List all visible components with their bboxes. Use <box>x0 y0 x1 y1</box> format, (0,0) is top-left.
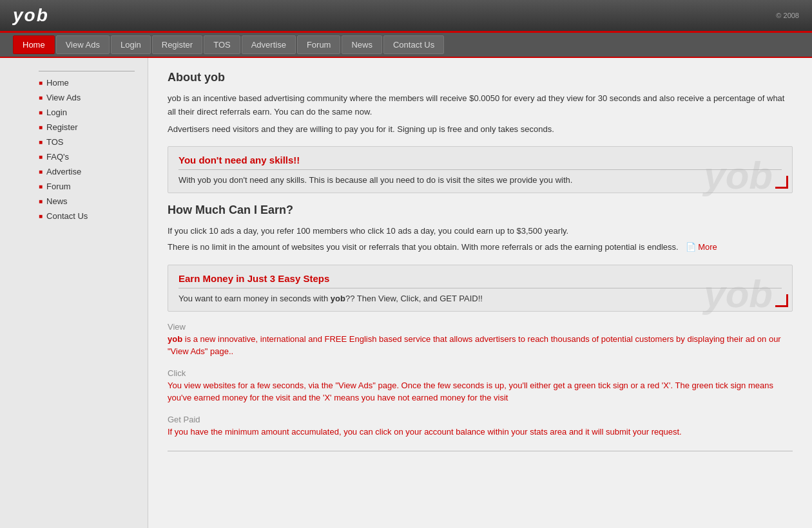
sidebar-label: Register <box>46 122 77 132</box>
sidebar-label: View Ads <box>46 93 81 102</box>
main-content: About yob yob is an incentive based adve… <box>148 58 812 528</box>
sidebar-label: FAQ's <box>46 152 69 162</box>
sidebar-bullet: ■ <box>39 94 43 101</box>
sidebar-item-register[interactable]: ■Register <box>39 120 135 135</box>
sidebar-items: ■Home■View Ads■Login■Register■TOS■FAQ's■… <box>39 75 135 223</box>
about-text1: yob is an incentive based advertising co… <box>168 92 793 119</box>
copyright: © 2008 <box>776 12 799 19</box>
nav-item-view-ads[interactable]: View Ads <box>56 35 110 54</box>
sidebar-bullet: ■ <box>39 124 43 131</box>
sidebar-bullet: ■ <box>39 212 43 220</box>
top-nav: HomeView AdsLoginRegisterTOSAdvertiseFor… <box>0 33 812 58</box>
earn-text2: There is no limit in the amount of websi… <box>168 241 793 254</box>
steps-section: View yob is a new innovative, internatio… <box>168 322 793 438</box>
earn-text1: If you click 10 ads a day, you refer 100… <box>168 225 793 238</box>
box1-title: You don't need any skills!! <box>179 155 782 170</box>
easy-steps-box: yob Earn Money in Just 3 Easy Steps You … <box>168 265 793 312</box>
box2-title: Earn Money in Just 3 Easy Steps <box>179 273 782 288</box>
header: yob © 2008 <box>0 0 812 33</box>
page-divider <box>168 451 793 451</box>
layout: ■Home■View Ads■Login■Register■TOS■FAQ's■… <box>0 58 812 528</box>
nav-item-home[interactable]: Home <box>13 35 55 54</box>
sidebar-bullet: ■ <box>39 79 43 86</box>
logo: yob <box>13 5 49 26</box>
sidebar-item-faq-s[interactable]: ■FAQ's <box>39 149 135 164</box>
sidebar-bullet: ■ <box>39 168 43 175</box>
nav-item-tos[interactable]: TOS <box>204 35 240 54</box>
box1-corner <box>775 176 788 189</box>
sidebar-label: Login <box>46 108 67 117</box>
sidebar-label: News <box>46 196 68 206</box>
sidebar-item-tos[interactable]: ■TOS <box>39 135 135 149</box>
sidebar-bullet: ■ <box>39 109 43 116</box>
sidebar-item-advertise[interactable]: ■Advertise <box>39 164 135 179</box>
step3-label: Get Paid <box>168 415 793 424</box>
sidebar-item-forum[interactable]: ■Forum <box>39 179 135 194</box>
box1-text: With yob you don't need any skills. This… <box>179 175 782 185</box>
sidebar-bullet: ■ <box>39 183 43 190</box>
box2-text: You want to earn money in seconds with y… <box>179 294 782 303</box>
sidebar-label: TOS <box>46 137 64 147</box>
step1-text: yob is a new innovative, international a… <box>168 333 793 358</box>
sidebar-item-view-ads[interactable]: ■View Ads <box>39 90 135 105</box>
sidebar-label: Contact Us <box>46 211 88 221</box>
nav-item-register[interactable]: Register <box>152 35 202 54</box>
sidebar-label: Advertise <box>46 167 81 176</box>
sidebar-label: Home <box>46 78 69 88</box>
step3-text: If you have the minimum amount accumulat… <box>168 426 793 438</box>
more-link-icon: 📄 <box>686 242 696 252</box>
sidebar-item-contact-us[interactable]: ■Contact Us <box>39 209 135 223</box>
sidebar-item-news[interactable]: ■News <box>39 194 135 209</box>
sidebar-label: Forum <box>46 182 71 191</box>
box2-corner <box>775 294 788 307</box>
no-skills-box: yob You don't need any skills!! With yob… <box>168 146 793 193</box>
sidebar-item-login[interactable]: ■Login <box>39 105 135 120</box>
nav-item-contact-us[interactable]: Contact Us <box>383 35 444 54</box>
about-title: About yob <box>168 71 793 84</box>
sidebar-bullet: ■ <box>39 138 43 146</box>
step2-text: You view websites for a few seconds, via… <box>168 379 793 404</box>
nav-item-login[interactable]: Login <box>111 35 151 54</box>
sidebar: ■Home■View Ads■Login■Register■TOS■FAQ's■… <box>0 58 148 528</box>
sidebar-item-home[interactable]: ■Home <box>39 75 135 90</box>
earn-title: How Much Can I Earn? <box>168 203 793 217</box>
sidebar-bullet: ■ <box>39 153 43 160</box>
nav-item-forum[interactable]: Forum <box>297 35 341 54</box>
nav-item-advertise[interactable]: Advertise <box>242 35 296 54</box>
more-link[interactable]: More <box>698 242 717 252</box>
about-text2: Advertisers need visitors and they are w… <box>168 123 793 137</box>
step2-label: Click <box>168 368 793 378</box>
nav-item-news[interactable]: News <box>342 35 382 54</box>
sidebar-bullet: ■ <box>39 198 43 205</box>
step1-label: View <box>168 322 793 332</box>
